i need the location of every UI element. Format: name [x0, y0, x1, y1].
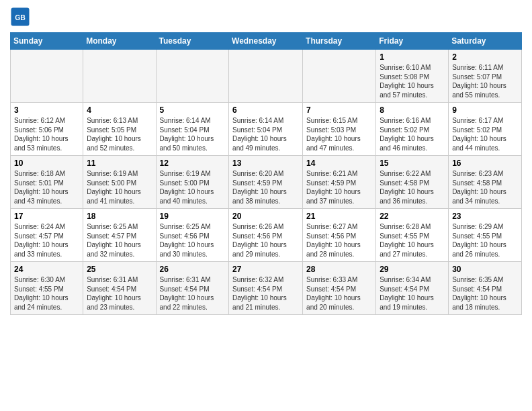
day-number: 10	[14, 158, 79, 168]
day-info: Sunrise: 6:28 AM Sunset: 4:55 PM Dayligh…	[380, 222, 445, 259]
day-cell: 14Sunrise: 6:21 AM Sunset: 4:59 PM Dayli…	[303, 156, 376, 209]
day-cell: 26Sunrise: 6:31 AM Sunset: 4:54 PM Dayli…	[156, 262, 229, 315]
day-cell	[303, 50, 376, 103]
day-cell	[156, 50, 229, 103]
day-info: Sunrise: 6:20 AM Sunset: 4:59 PM Dayligh…	[232, 169, 299, 205]
day-number: 22	[380, 212, 445, 221]
weekday-header-thursday: Thursday	[303, 33, 376, 50]
day-info: Sunrise: 6:31 AM Sunset: 4:54 PM Dayligh…	[160, 275, 226, 312]
day-cell: 21Sunrise: 6:27 AM Sunset: 4:56 PM Dayli…	[303, 209, 376, 262]
day-number: 9	[452, 105, 518, 115]
day-cell: 24Sunrise: 6:30 AM Sunset: 4:55 PM Dayli…	[11, 262, 83, 315]
calendar-table: SundayMondayTuesdayWednesdayThursdayFrid…	[10, 32, 522, 315]
day-number: 7	[306, 105, 372, 115]
day-cell: 12Sunrise: 6:19 AM Sunset: 5:00 PM Dayli…	[156, 156, 229, 209]
day-number: 23	[452, 212, 518, 221]
day-info: Sunrise: 6:19 AM Sunset: 5:00 PM Dayligh…	[87, 169, 152, 205]
day-cell: 9Sunrise: 6:17 AM Sunset: 5:02 PM Daylig…	[449, 103, 522, 156]
day-number: 21	[306, 212, 372, 221]
day-number: 30	[452, 265, 518, 274]
day-cell	[229, 50, 303, 103]
day-cell: 7Sunrise: 6:15 AM Sunset: 5:03 PM Daylig…	[303, 103, 376, 156]
day-info: Sunrise: 6:12 AM Sunset: 5:06 PM Dayligh…	[14, 116, 79, 152]
day-info: Sunrise: 6:21 AM Sunset: 4:59 PM Dayligh…	[306, 169, 372, 205]
day-number: 28	[306, 265, 372, 274]
day-info: Sunrise: 6:26 AM Sunset: 4:56 PM Dayligh…	[232, 222, 299, 259]
day-cell: 15Sunrise: 6:22 AM Sunset: 4:58 PM Dayli…	[376, 156, 449, 209]
day-info: Sunrise: 6:22 AM Sunset: 4:58 PM Dayligh…	[380, 169, 445, 205]
weekday-header-tuesday: Tuesday	[156, 33, 229, 50]
week-row-4: 17Sunrise: 6:24 AM Sunset: 4:57 PM Dayli…	[11, 209, 522, 262]
day-info: Sunrise: 6:29 AM Sunset: 4:55 PM Dayligh…	[452, 222, 518, 259]
day-cell: 16Sunrise: 6:23 AM Sunset: 4:58 PM Dayli…	[449, 156, 522, 209]
day-cell: 8Sunrise: 6:16 AM Sunset: 5:02 PM Daylig…	[376, 103, 449, 156]
day-cell: 28Sunrise: 6:33 AM Sunset: 4:54 PM Dayli…	[303, 262, 376, 315]
day-cell: 29Sunrise: 6:34 AM Sunset: 4:54 PM Dayli…	[376, 262, 449, 315]
week-row-1: 1Sunrise: 6:10 AM Sunset: 5:08 PM Daylig…	[11, 50, 522, 103]
day-cell: 18Sunrise: 6:25 AM Sunset: 4:57 PM Dayli…	[83, 209, 156, 262]
day-cell: 19Sunrise: 6:25 AM Sunset: 4:56 PM Dayli…	[156, 209, 229, 262]
day-cell: 30Sunrise: 6:35 AM Sunset: 4:54 PM Dayli…	[449, 262, 522, 315]
day-info: Sunrise: 6:23 AM Sunset: 4:58 PM Dayligh…	[452, 169, 518, 205]
day-number: 17	[14, 212, 79, 221]
day-info: Sunrise: 6:31 AM Sunset: 4:54 PM Dayligh…	[87, 275, 152, 312]
day-number: 8	[380, 105, 445, 115]
weekday-header-saturday: Saturday	[449, 33, 522, 50]
day-info: Sunrise: 6:10 AM Sunset: 5:08 PM Dayligh…	[380, 63, 445, 99]
calendar-header: SundayMondayTuesdayWednesdayThursdayFrid…	[11, 33, 522, 50]
day-number: 12	[160, 158, 226, 168]
day-number: 14	[306, 158, 372, 168]
day-info: Sunrise: 6:34 AM Sunset: 4:54 PM Dayligh…	[380, 275, 445, 312]
day-number: 1	[380, 52, 445, 62]
calendar-body: 1Sunrise: 6:10 AM Sunset: 5:08 PM Daylig…	[11, 50, 522, 315]
weekday-header-sunday: Sunday	[11, 33, 83, 50]
day-info: Sunrise: 6:25 AM Sunset: 4:56 PM Dayligh…	[160, 222, 226, 259]
day-info: Sunrise: 6:32 AM Sunset: 4:54 PM Dayligh…	[232, 275, 299, 312]
day-info: Sunrise: 6:30 AM Sunset: 4:55 PM Dayligh…	[14, 275, 79, 312]
day-number: 11	[87, 158, 152, 168]
weekday-header-wednesday: Wednesday	[229, 33, 303, 50]
day-info: Sunrise: 6:19 AM Sunset: 5:00 PM Dayligh…	[160, 169, 226, 205]
day-info: Sunrise: 6:16 AM Sunset: 5:02 PM Dayligh…	[380, 116, 445, 152]
day-cell	[83, 50, 156, 103]
day-cell: 2Sunrise: 6:11 AM Sunset: 5:07 PM Daylig…	[449, 50, 522, 103]
day-cell: 3Sunrise: 6:12 AM Sunset: 5:06 PM Daylig…	[11, 103, 83, 156]
day-info: Sunrise: 6:25 AM Sunset: 4:57 PM Dayligh…	[87, 222, 152, 259]
day-number: 15	[380, 158, 445, 168]
day-cell: 23Sunrise: 6:29 AM Sunset: 4:55 PM Dayli…	[449, 209, 522, 262]
day-info: Sunrise: 6:13 AM Sunset: 5:05 PM Dayligh…	[87, 116, 152, 152]
day-cell: 22Sunrise: 6:28 AM Sunset: 4:55 PM Dayli…	[376, 209, 449, 262]
day-number: 3	[14, 105, 79, 115]
week-row-2: 3Sunrise: 6:12 AM Sunset: 5:06 PM Daylig…	[11, 103, 522, 156]
day-number: 29	[380, 265, 445, 274]
day-cell: 17Sunrise: 6:24 AM Sunset: 4:57 PM Dayli…	[11, 209, 83, 262]
day-cell: 4Sunrise: 6:13 AM Sunset: 5:05 PM Daylig…	[83, 103, 156, 156]
day-info: Sunrise: 6:15 AM Sunset: 5:03 PM Dayligh…	[306, 116, 372, 152]
day-info: Sunrise: 6:11 AM Sunset: 5:07 PM Dayligh…	[452, 63, 518, 99]
day-info: Sunrise: 6:17 AM Sunset: 5:02 PM Dayligh…	[452, 116, 518, 152]
day-cell: 11Sunrise: 6:19 AM Sunset: 5:00 PM Dayli…	[83, 156, 156, 209]
page-header: GB	[10, 7, 522, 27]
day-number: 2	[452, 52, 518, 62]
day-number: 18	[87, 212, 152, 221]
day-number: 13	[232, 158, 299, 168]
day-number: 19	[160, 212, 226, 221]
day-number: 27	[232, 265, 299, 274]
day-number: 26	[160, 265, 226, 274]
day-info: Sunrise: 6:14 AM Sunset: 5:04 PM Dayligh…	[160, 116, 226, 152]
day-cell: 27Sunrise: 6:32 AM Sunset: 4:54 PM Dayli…	[229, 262, 303, 315]
day-cell: 20Sunrise: 6:26 AM Sunset: 4:56 PM Dayli…	[229, 209, 303, 262]
day-cell: 10Sunrise: 6:18 AM Sunset: 5:01 PM Dayli…	[11, 156, 83, 209]
day-info: Sunrise: 6:35 AM Sunset: 4:54 PM Dayligh…	[452, 275, 518, 312]
weekday-header-monday: Monday	[83, 33, 156, 50]
day-info: Sunrise: 6:27 AM Sunset: 4:56 PM Dayligh…	[306, 222, 372, 259]
logo: GB	[10, 7, 33, 27]
weekday-header-friday: Friday	[376, 33, 449, 50]
day-number: 24	[14, 265, 79, 274]
day-number: 4	[87, 105, 152, 115]
day-number: 25	[87, 265, 152, 274]
day-info: Sunrise: 6:24 AM Sunset: 4:57 PM Dayligh…	[14, 222, 79, 259]
week-row-3: 10Sunrise: 6:18 AM Sunset: 5:01 PM Dayli…	[11, 156, 522, 209]
day-cell: 1Sunrise: 6:10 AM Sunset: 5:08 PM Daylig…	[376, 50, 449, 103]
day-cell	[11, 50, 83, 103]
